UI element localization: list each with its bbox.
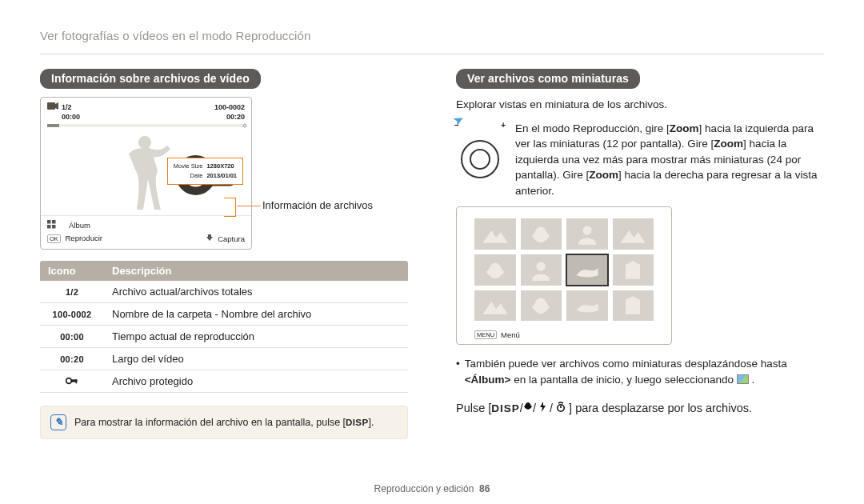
section-heading-thumbnails: Ver archivos como miniaturas (456, 69, 640, 89)
table-row: 100-0002Nombre de la carpeta - Nombre de… (40, 303, 408, 326)
time-current: 00:00 (62, 113, 80, 121)
thumbnail (521, 218, 562, 250)
thumbnail (474, 290, 516, 322)
movie-icon (47, 102, 58, 111)
thumbnail-grid-frame: MENU Menú (456, 206, 672, 345)
callout-line (237, 206, 261, 206)
th-desc: Descripción (104, 261, 408, 281)
thumbnails-intro: Explorar vistas en miniatura de los arch… (456, 97, 824, 113)
thumbnail (521, 254, 562, 286)
table-row: 00:20Largo del vídeo (40, 348, 408, 370)
file-info-box: Movie Size1280X720 Date2013/01/01 (167, 158, 243, 185)
file-info-callout: Información de archivos (262, 199, 373, 211)
thumbnail (521, 290, 562, 322)
svg-rect-6 (47, 225, 51, 229)
disp-key: DISP (491, 402, 520, 414)
counter: 1/2 (62, 103, 72, 111)
time-total: 00:20 (226, 113, 245, 121)
svg-point-1 (138, 136, 151, 149)
thumbnail (613, 290, 654, 322)
key-icon (40, 370, 104, 393)
navigation-hint: Pulse [DISP/ / / ] para desplazarse por … (456, 402, 824, 414)
section-heading-video-info: Información sobre archivos de vídeo (40, 69, 261, 89)
breadcrumb: Ver fotografías o vídeos en el modo Repr… (40, 29, 824, 42)
menu-key: MENU (474, 330, 497, 339)
capture-label: Captura (218, 234, 245, 243)
bullet-note: • También puede ver archivos como miniat… (456, 356, 824, 387)
note-icon: ✎ (50, 414, 66, 430)
play-label: Reproducir (65, 234, 102, 242)
timer-icon (553, 402, 569, 414)
thumbnail (474, 254, 516, 286)
capture-icon (206, 235, 216, 243)
divider (40, 54, 824, 54)
svg-rect-4 (47, 220, 51, 224)
folder-file: 100-0002 (214, 103, 245, 111)
thumbnail-selected (566, 254, 608, 286)
svg-rect-7 (52, 225, 56, 229)
icon-description-table: Icono Descripción 1/2Archivo actual/arch… (40, 261, 408, 393)
svg-point-12 (537, 262, 546, 270)
th-icon: Icono (40, 261, 104, 281)
macro-icon (523, 402, 533, 414)
page-footer: Reproducción y edición 86 (0, 483, 864, 494)
zoom-instructions: En el modo Reproducción, gire [Zoom] hac… (515, 121, 824, 199)
note-box: ✎ Para mostrar la información del archiv… (40, 406, 408, 439)
table-row: Archivo protegido (40, 370, 408, 393)
disp-label: DISP (346, 418, 368, 427)
zoom-dial-figure: ➤ − + (456, 121, 504, 199)
table-row: 1/2Archivo actual/archivos totales (40, 281, 408, 303)
grid-icon (47, 220, 56, 230)
svg-rect-5 (52, 220, 56, 224)
thumbnail (613, 254, 654, 286)
svg-rect-0 (47, 102, 55, 110)
thumbnail (566, 290, 608, 322)
album-label: Álbum (69, 221, 90, 230)
ok-key: OK (47, 234, 61, 243)
menu-label: Menú (501, 330, 520, 339)
video-preview-frame: 1/2 100-0002 00:00 00:20 (40, 97, 252, 250)
table-row: 00:00Tiempo actual de reproducción (40, 326, 408, 348)
svg-point-11 (582, 226, 591, 235)
video-still: Movie Size1280X720 Date2013/01/01 (41, 127, 251, 215)
picture-icon (737, 374, 749, 384)
svg-point-8 (66, 378, 72, 383)
svg-rect-10 (76, 379, 78, 383)
flash-icon (536, 402, 550, 414)
thumbnail (474, 218, 516, 250)
thumbnail (566, 218, 608, 250)
thumbnail (613, 218, 654, 250)
